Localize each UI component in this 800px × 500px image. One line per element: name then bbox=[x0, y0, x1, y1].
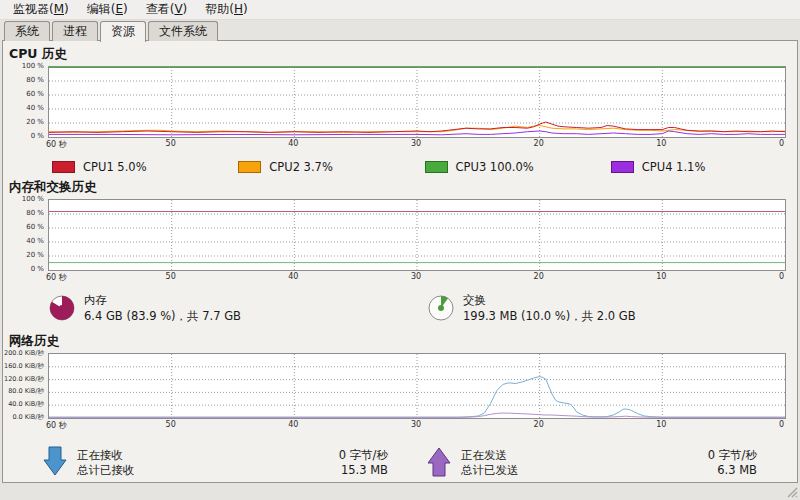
total-received-value: 15.3 MB bbox=[341, 463, 388, 478]
memory-history-graph: 100 %80 %60 %40 %20 %0 % 60 秒50403020100 bbox=[6, 199, 797, 284]
swap-pie-icon bbox=[427, 294, 455, 322]
cpu-legend: CPU1 5.0% CPU2 3.7% CPU3 100.0% CPU4 1.1… bbox=[3, 160, 797, 174]
cpu1-color-swatch[interactable] bbox=[52, 161, 75, 173]
menubar: 监视器(M) 编辑(E) 查看(V) 帮助(H) bbox=[0, 0, 800, 20]
memory-y-axis-labels: 100 %80 %60 %40 %20 %0 % bbox=[6, 199, 46, 284]
cpu2-legend-item: CPU2 3.7% bbox=[238, 160, 424, 174]
total-sent-value: 6.3 MB bbox=[717, 463, 757, 478]
tab-processes[interactable]: 进程 bbox=[52, 21, 98, 41]
menu-monitor-mnemonic: M bbox=[54, 2, 64, 16]
sending-block: 正在发送0 字节/秒 总计已发送6.3 MB bbox=[427, 446, 757, 480]
network-history-graph: 200.0 KiB/秒160.0 KiB/秒120.0 KiB/秒80.0 Ki… bbox=[6, 353, 797, 432]
cpu1-legend-item: CPU1 5.0% bbox=[52, 160, 238, 174]
menu-view[interactable]: 查看(V) bbox=[137, 0, 197, 20]
network-history-title: 网络历史 bbox=[9, 333, 797, 350]
network-x-axis-labels: 60 秒50403020100 bbox=[48, 420, 797, 432]
download-arrow-icon bbox=[43, 446, 67, 477]
menu-monitor-label: 监视器( bbox=[13, 2, 54, 16]
sending-rate: 0 字节/秒 bbox=[708, 448, 757, 463]
cpu1-legend-label: CPU1 5.0% bbox=[83, 160, 147, 174]
memory-history-title: 内存和交换历史 bbox=[9, 179, 797, 196]
total-received-label: 总计已接收 bbox=[77, 463, 135, 478]
menu-help[interactable]: 帮助(H) bbox=[196, 0, 256, 20]
cpu3-legend-label: CPU3 100.0% bbox=[456, 160, 534, 174]
menu-help-label: 帮助( bbox=[205, 2, 234, 16]
memory-plot-area bbox=[48, 199, 786, 271]
tab-bar: 系统 进程 资源 文件系统 bbox=[0, 20, 800, 41]
resources-panel: CPU 历史 100 %80 %60 %40 %20 %0 % 60 秒5040… bbox=[2, 40, 798, 483]
cpu-history-graph: 100 %80 %60 %40 %20 %0 % 60 秒50403020100 bbox=[6, 66, 797, 151]
cpu4-color-swatch[interactable] bbox=[611, 161, 634, 173]
receiving-label: 正在接收 bbox=[77, 448, 123, 463]
menu-edit[interactable]: 编辑(E) bbox=[78, 0, 137, 20]
network-totals-row: 正在接收0 字节/秒 总计已接收15.3 MB 正在发送0 字节/秒 总计已发送… bbox=[3, 446, 797, 486]
menu-help-mnemonic: H bbox=[234, 2, 243, 16]
menu-view-label: 查看( bbox=[146, 2, 175, 16]
menu-view-mnemonic: V bbox=[174, 2, 182, 16]
network-y-axis-labels: 200.0 KiB/秒160.0 KiB/秒120.0 KiB/秒80.0 Ki… bbox=[6, 353, 46, 432]
total-sent-label: 总计已发送 bbox=[461, 463, 519, 478]
cpu3-color-swatch[interactable] bbox=[425, 161, 448, 173]
cpu-x-axis-labels: 60 秒50403020100 bbox=[48, 139, 797, 151]
memory-label: 内存 bbox=[84, 292, 241, 308]
cpu4-legend-label: CPU4 1.1% bbox=[642, 160, 706, 174]
cpu-y-axis-labels: 100 %80 %60 %40 %20 %0 % bbox=[6, 66, 46, 151]
network-plot-area bbox=[48, 353, 786, 419]
memory-info-block: 内存 6.4 GB (83.9 %)，共 7.7 GB bbox=[48, 292, 241, 324]
cpu2-legend-label: CPU2 3.7% bbox=[269, 160, 333, 174]
swap-label: 交换 bbox=[463, 292, 636, 308]
menu-edit-mnemonic: E bbox=[115, 2, 123, 16]
cpu3-legend-item: CPU3 100.0% bbox=[425, 160, 611, 174]
swap-detail: 199.3 MB (10.0 %)，共 2.0 GB bbox=[463, 308, 636, 324]
memory-x-axis-labels: 60 秒50403020100 bbox=[48, 272, 797, 284]
swap-info-block: 交换 199.3 MB (10.0 %)，共 2.0 GB bbox=[427, 292, 636, 324]
receiving-block: 正在接收0 字节/秒 总计已接收15.3 MB bbox=[43, 446, 388, 480]
resize-grip[interactable] bbox=[785, 485, 798, 498]
tab-filesystems[interactable]: 文件系统 bbox=[148, 21, 218, 41]
menu-edit-label: 编辑( bbox=[87, 2, 116, 16]
cpu2-color-swatch[interactable] bbox=[238, 161, 261, 173]
tab-resources[interactable]: 资源 bbox=[100, 21, 146, 42]
memory-detail: 6.4 GB (83.9 %)，共 7.7 GB bbox=[84, 308, 241, 324]
receiving-rate: 0 字节/秒 bbox=[339, 448, 388, 463]
memory-swap-info-row: 内存 6.4 GB (83.9 %)，共 7.7 GB 交换 199.3 MB … bbox=[3, 292, 797, 328]
cpu4-legend-item: CPU4 1.1% bbox=[611, 160, 797, 174]
sending-label: 正在发送 bbox=[461, 448, 507, 463]
menu-monitor[interactable]: 监视器(M) bbox=[4, 0, 78, 20]
cpu-history-title: CPU 历史 bbox=[9, 46, 797, 63]
upload-arrow-icon bbox=[427, 446, 451, 477]
cpu-plot-area bbox=[48, 66, 786, 138]
memory-pie-icon bbox=[48, 294, 76, 322]
tab-system[interactable]: 系统 bbox=[4, 21, 50, 41]
